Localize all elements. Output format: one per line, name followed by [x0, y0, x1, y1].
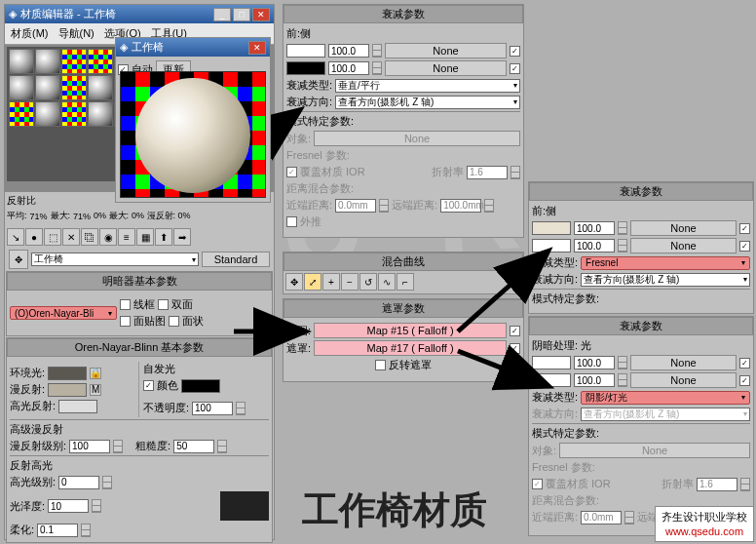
delete-point-icon[interactable]: −	[341, 273, 359, 291]
falloff-type-dropdown[interactable]: 垂直/平行	[335, 79, 520, 93]
app-icon: ◈	[9, 8, 17, 20]
editor-titlebar[interactable]: ◈ 材质编辑器 - 工作椅 _ □ ✕	[5, 5, 274, 23]
falloff3-dir-dropdown: 查看方向(摄影机 Z 轴)	[581, 408, 750, 421]
mixcurve-header[interactable]: 混合曲线	[284, 253, 523, 271]
side-value-input[interactable]: 100.0	[328, 61, 369, 75]
material-slot[interactable]	[9, 101, 34, 127]
get-material-icon[interactable]: ↘	[7, 228, 24, 246]
highlight-curve	[220, 491, 269, 521]
preview-close-button[interactable]: ✕	[248, 41, 266, 55]
facemap-checkbox[interactable]	[120, 316, 131, 327]
falloff-dir-dropdown[interactable]: 查看方向(摄影机 Z 轴)	[335, 96, 520, 109]
go-parent-icon[interactable]: ⬆	[155, 228, 172, 246]
material-slot[interactable]	[88, 75, 113, 100]
move-icon[interactable]: ✥	[285, 273, 303, 291]
corner-icon[interactable]: ⌐	[397, 273, 414, 291]
opacity-spinner[interactable]	[236, 402, 246, 415]
object-pick-button[interactable]: None	[314, 131, 520, 146]
make-copy-icon[interactable]: ⿻	[81, 228, 98, 246]
material-slot[interactable]	[61, 75, 87, 100]
falloff2-dir-dropdown[interactable]: 查看方向(摄影机 Z 轴)	[581, 273, 750, 287]
menu-material[interactable]: 材质(M)	[7, 25, 53, 42]
side-map-button[interactable]: None	[385, 60, 507, 76]
side-swatch[interactable]	[286, 61, 325, 75]
falloff-panel-1: 衰减参数 前:侧 100.0None✓ 100.0None✓ 衰减类型:垂直/平…	[283, 4, 524, 238]
front-map-button[interactable]: None	[385, 43, 507, 58]
assign-icon[interactable]: ⬚	[44, 228, 61, 246]
falloff3-type-dropdown[interactable]: 阴影/灯光	[581, 391, 750, 405]
reset-icon[interactable]: ✕	[62, 228, 80, 246]
falloff2-type-dropdown[interactable]: Fresnel	[581, 256, 750, 270]
put-to-library-icon[interactable]: ≡	[118, 228, 135, 246]
material-slot[interactable]	[9, 49, 34, 74]
rollout-onb[interactable]: Oren-Nayar-Blinn 基本参数	[7, 338, 272, 357]
rollout-shader-basic[interactable]: 明暗器基本参数	[7, 272, 272, 291]
falloff2-header[interactable]: 衰减参数	[529, 182, 753, 201]
override-ior-checkbox[interactable]: ✓	[286, 167, 297, 177]
faceted-checkbox[interactable]	[169, 316, 179, 327]
mask-header[interactable]: 遮罩参数	[284, 299, 523, 318]
put-to-scene-icon[interactable]: ●	[25, 228, 43, 246]
material-slot[interactable]	[35, 49, 60, 74]
mask-panel: 遮罩参数 贴图:Map #15 ( Falloff )✓ 遮罩:Map #17 …	[283, 298, 524, 382]
falloff-panel-3: 衰减参数 阴暗处理: 光 100.0None✓ 100.0None✓ 衰减类型:…	[528, 316, 754, 536]
material-type-button[interactable]: Standard	[202, 252, 270, 267]
go-forward-icon[interactable]: ➡	[173, 228, 191, 246]
menu-nav[interactable]: 导航(N)	[55, 25, 98, 42]
falloff-panel-2: 衰减参数 前:侧 100.0None✓ 100.0None✓ 衰减类型:Fres…	[528, 181, 754, 314]
diffuse-map-button[interactable]: M	[90, 384, 101, 396]
material-slot[interactable]	[9, 75, 34, 100]
twoside-checkbox[interactable]	[158, 299, 169, 310]
specular-swatch[interactable]	[58, 400, 97, 413]
side-swatch-3[interactable]	[532, 373, 571, 387]
falloff3-header[interactable]: 衰减参数	[529, 317, 753, 335]
add-point-icon[interactable]: +	[322, 273, 340, 291]
preview-titlebar[interactable]: ◈ 工作椅 ✕	[116, 38, 270, 57]
material-slot[interactable]	[35, 75, 60, 100]
material-slot[interactable]	[61, 101, 87, 127]
selfillum-swatch[interactable]	[181, 379, 220, 393]
ambient-swatch[interactable]	[48, 367, 87, 380]
side-swatch-2[interactable]	[532, 239, 571, 253]
mask-slot-button[interactable]: Map #17 ( Falloff )	[314, 340, 507, 356]
editor-toolbar: ↘ ● ⬚ ✕ ⿻ ◉ ≡ ▦ ⬆ ➡	[5, 226, 274, 248]
material-slot[interactable]	[61, 49, 87, 74]
bezier-icon[interactable]: ∿	[378, 273, 396, 291]
diffuse-level-input[interactable]: 100	[69, 440, 110, 453]
wire-checkbox[interactable]	[120, 299, 131, 310]
window-title: 材质编辑器 - 工作椅	[20, 7, 116, 21]
shader-dropdown[interactable]: (O)Oren-Nayar-Bli	[10, 306, 117, 320]
soften-input[interactable]: 0.1	[37, 524, 78, 537]
front-swatch[interactable]	[286, 44, 325, 58]
material-name-field[interactable]: 工作椅	[31, 253, 199, 266]
reset-curve-icon[interactable]: ↺	[359, 273, 377, 291]
maximize-button[interactable]: □	[233, 8, 250, 21]
preview-viewport	[120, 71, 266, 198]
opacity-input[interactable]: 100	[192, 402, 233, 415]
selfillum-color-checkbox[interactable]: ✓	[143, 380, 154, 391]
minimize-button[interactable]: _	[213, 8, 231, 21]
front-value-input[interactable]: 100.0	[328, 44, 369, 58]
material-slot[interactable]	[88, 49, 113, 74]
preview-sphere	[135, 78, 250, 193]
material-slot[interactable]	[88, 101, 113, 127]
map-slot-button[interactable]: Map #15 ( Falloff )	[314, 323, 507, 338]
pick-icon[interactable]: ✥	[9, 250, 28, 269]
roughness-input[interactable]: 50	[173, 440, 214, 453]
invert-mask-checkbox[interactable]	[375, 360, 386, 370]
make-unique-icon[interactable]: ◉	[99, 228, 117, 246]
close-button[interactable]: ✕	[252, 8, 270, 21]
front-swatch-2[interactable]	[532, 221, 571, 235]
falloff1-header[interactable]: 衰减参数	[284, 5, 523, 23]
front-swatch-3[interactable]	[532, 356, 571, 369]
lock-icon[interactable]: 🔒	[90, 368, 101, 379]
scale-icon[interactable]: ⤢	[304, 273, 321, 291]
material-slot[interactable]	[35, 101, 60, 127]
credit-box: 齐生设计职业学校 www.qsedu.com	[655, 506, 754, 542]
diffuse-swatch[interactable]	[48, 383, 87, 397]
spec-level-input[interactable]: 0	[58, 476, 99, 489]
glossiness-input[interactable]: 10	[48, 499, 89, 513]
preview-window[interactable]: ◈ 工作椅 ✕ ✓自动 更新	[115, 37, 271, 203]
show-end-result-icon[interactable]: ▦	[136, 228, 154, 246]
caption-text: 工作椅材质	[302, 486, 487, 535]
